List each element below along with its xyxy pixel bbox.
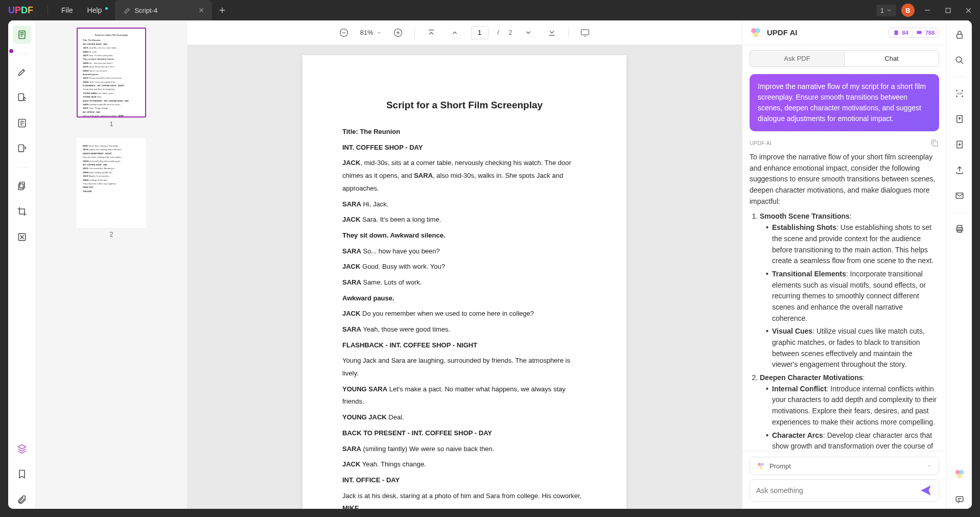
minus-circle-icon xyxy=(339,28,349,38)
ai-response-content: To improve the narrative flow of your sh… xyxy=(750,152,939,451)
thumbnail-page-2[interactable]: MIKE You've been staring at that photo..… xyxy=(77,138,146,228)
svg-point-19 xyxy=(759,466,762,469)
badge-2-value: 788 xyxy=(925,30,935,36)
document-line: JACK Do you remember when we used to com… xyxy=(342,308,587,320)
side-indicator-icon xyxy=(9,49,13,53)
attachment-button[interactable] xyxy=(13,490,31,509)
zoom-value: 81% xyxy=(360,29,374,36)
ai-logo-icon xyxy=(954,468,965,480)
ai-chat-body[interactable]: Improve the narrative flow of my script … xyxy=(742,67,946,451)
first-page-button[interactable] xyxy=(424,26,438,40)
send-button[interactable] xyxy=(919,484,932,497)
close-tab-icon[interactable] xyxy=(198,7,205,14)
copy-response-button[interactable] xyxy=(930,138,939,148)
share-button[interactable] xyxy=(950,161,969,179)
app-container: Script for a Short Film Screenplay Title… xyxy=(8,20,972,509)
svg-rect-20 xyxy=(956,34,962,38)
separator xyxy=(16,53,28,54)
prompt-logo-icon xyxy=(756,461,765,471)
ask-input[interactable] xyxy=(756,486,915,495)
chevron-down-icon xyxy=(886,7,892,13)
page-number-input[interactable] xyxy=(471,26,488,39)
document-line: YOUNG JACK Deal. xyxy=(342,411,587,424)
edit-page-icon xyxy=(17,92,27,103)
zoom-out-button[interactable] xyxy=(337,26,351,40)
menu-help[interactable]: Help xyxy=(80,6,109,14)
ai-input-area: Prompt xyxy=(742,451,946,509)
svg-point-17 xyxy=(758,463,761,466)
ai-panel: UPDF AI 84 | 788 Ask PDF Chat Improve th… xyxy=(742,20,946,509)
form-button[interactable] xyxy=(13,114,31,132)
copy-page-button[interactable] xyxy=(13,177,31,195)
organize-icon xyxy=(17,144,27,154)
ai-toggle-button[interactable] xyxy=(950,465,969,483)
window-count-dropdown[interactable]: 1 xyxy=(876,5,896,16)
layers-button[interactable] xyxy=(13,439,31,458)
bookmark-button[interactable] xyxy=(13,465,31,483)
redact-button[interactable] xyxy=(13,228,31,246)
share-icon xyxy=(955,166,964,175)
title-bar: UPDF File Help Script-4 1 B xyxy=(0,0,980,20)
tab-chat[interactable]: Chat xyxy=(845,50,939,67)
last-page-button[interactable] xyxy=(545,26,559,40)
organize-button[interactable] xyxy=(13,139,31,158)
document-line: SARA Same. Lots of work. xyxy=(342,276,587,289)
thumbnail-2-label: 2 xyxy=(45,231,178,238)
document-scroll-area[interactable]: Script for a Short Film Screenplay Title… xyxy=(187,45,742,509)
titlebar-right: 1 B xyxy=(876,3,976,18)
presentation-button[interactable] xyxy=(578,26,592,40)
document-line: Title: The Reunion xyxy=(342,126,587,138)
zoom-in-button[interactable] xyxy=(391,26,405,40)
ai-logo-icon xyxy=(750,27,762,39)
search-button[interactable] xyxy=(950,51,969,69)
lock-button[interactable] xyxy=(950,26,969,44)
email-button[interactable] xyxy=(950,186,969,205)
new-tab-button[interactable] xyxy=(215,0,229,20)
left-tool-rail xyxy=(8,20,36,509)
prompt-select[interactable]: Prompt xyxy=(750,457,939,475)
document-line: Young Jack and Sara are laughing, surrou… xyxy=(342,355,587,380)
right-tool-rail: OCR xyxy=(946,20,972,509)
menu-file[interactable]: File xyxy=(54,6,80,14)
close-window-button[interactable] xyxy=(961,3,976,18)
layers-icon xyxy=(17,443,27,454)
svg-point-13 xyxy=(753,32,758,37)
paperclip-icon xyxy=(17,495,27,505)
chevron-down-icon xyxy=(377,30,382,35)
save-button[interactable] xyxy=(950,135,969,154)
ai-h1: Smooth Scene Transitions xyxy=(760,212,850,220)
user-avatar[interactable]: B xyxy=(901,4,915,17)
ask-input-row xyxy=(750,479,939,502)
reader-mode-button[interactable] xyxy=(13,26,31,44)
crop-button[interactable] xyxy=(13,202,31,221)
highlight-button[interactable] xyxy=(13,63,31,81)
edit-text-button[interactable] xyxy=(13,88,31,107)
document-line: YOUNG SARA Let's make a pact. No matter … xyxy=(342,383,587,408)
prev-page-button[interactable] xyxy=(448,26,462,40)
minimize-icon xyxy=(924,7,931,14)
document-line: Awkward pause. xyxy=(342,292,587,305)
thumbnail-page-1[interactable]: Script for a Short Film Screenplay Title… xyxy=(77,28,146,118)
comment-button[interactable] xyxy=(950,490,969,509)
chevron-up-icon xyxy=(450,28,459,37)
zoom-level-select[interactable]: 81% xyxy=(360,29,382,36)
tab-ask-pdf[interactable]: Ask PDF xyxy=(750,50,845,67)
next-page-button[interactable] xyxy=(521,26,535,40)
ocr-button[interactable]: OCR xyxy=(950,84,969,103)
document-line: SARA (smiling faintly) We were so naive … xyxy=(342,443,587,456)
document-line: JACK Good. Busy with work. You? xyxy=(342,261,587,273)
ai-usage-badges[interactable]: 84 | 788 xyxy=(889,28,939,38)
viewer-toolbar: 81% / 2 xyxy=(187,20,742,45)
ai-response-label: UPDF AI xyxy=(750,140,772,146)
ai-h2: Deepen Character Motivations xyxy=(760,373,863,382)
minimize-button[interactable] xyxy=(920,3,935,18)
separator xyxy=(414,28,415,38)
chevrons-up-top-icon xyxy=(427,28,436,37)
maximize-button[interactable] xyxy=(940,3,955,18)
ai-header: UPDF AI 84 | 788 xyxy=(742,20,946,45)
print-button[interactable] xyxy=(950,220,969,238)
export-button[interactable] xyxy=(950,110,969,128)
document-tab[interactable]: Script-4 xyxy=(115,0,212,20)
highlighter-icon xyxy=(17,67,27,77)
svg-text:OCR: OCR xyxy=(956,92,963,95)
